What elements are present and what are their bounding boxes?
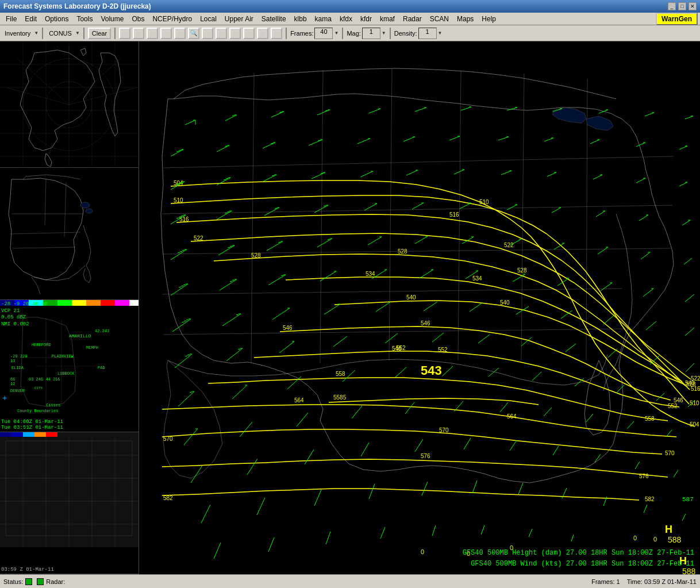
mag-value[interactable]: 1 [362, 28, 380, 39]
window-controls: _ □ ✕ [668, 2, 697, 10]
svg-text:522: 522 [504, 242, 514, 248]
svg-text:510: 510 [174, 197, 183, 203]
menu-klbb[interactable]: klbb [291, 14, 310, 24]
menu-maps[interactable]: Maps [453, 14, 477, 24]
menu-upperair[interactable]: Upper Air [221, 14, 257, 24]
window-title: Forecast Systems Laboratory D-2D (jjurec… [3, 2, 151, 10]
menu-options[interactable]: Options [41, 14, 72, 24]
menu-volume[interactable]: Volume [97, 14, 127, 24]
svg-text:Cities: Cities [46, 403, 60, 408]
main-map[interactable]: 582 582 576 576 570 570 570 564 564 558 … [139, 41, 700, 574]
svg-text:552: 552 [438, 347, 448, 353]
frames-status-label: Frames: [591, 578, 614, 585]
svg-text:546: 546 [674, 397, 683, 403]
svg-text:MEMPH: MEMPH [86, 345, 98, 350]
sep5 [342, 28, 343, 39]
svg-text:AMARILLO: AMARILLO [69, 333, 91, 339]
menu-kama[interactable]: kama [311, 14, 335, 24]
mini-map-panel[interactable]: 03:59 Z 01-Mar-11 [0, 432, 139, 574]
svg-text:0: 0 [633, 535, 637, 541]
time-status-label: Time: [627, 578, 643, 585]
status-label: Status: [3, 578, 23, 585]
svg-text:558: 558 [645, 416, 655, 422]
menu-scan[interactable]: SCAN [426, 14, 452, 24]
svg-rect-58 [34, 432, 46, 437]
svg-rect-54 [0, 432, 139, 547]
frames-arrow[interactable]: ▼ [334, 30, 339, 36]
toolbar: Inventory ▼ CONUS ▼ Clear ⏮ ◀ ▶ ⏭ ↺ 🔍 ☀ … [0, 25, 700, 41]
menu-file[interactable]: File [2, 14, 20, 24]
nav-prev-button[interactable]: ◀ [133, 28, 144, 39]
svg-rect-31 [129, 300, 139, 306]
inventory-label: Inventory [2, 29, 33, 37]
svg-text:DENVER: DENVER [10, 389, 25, 393]
sep4 [286, 28, 287, 39]
mag-arrow[interactable]: ▼ [382, 30, 386, 36]
svg-text:510: 510 [690, 400, 699, 406]
zoom-button[interactable]: 🔍 [188, 28, 199, 39]
frames-value[interactable]: 40 [314, 28, 333, 39]
frames-label: Frames: [290, 30, 313, 37]
clear-button[interactable]: Clear [88, 28, 111, 39]
inventory-arrow[interactable]: ▼ [34, 30, 39, 36]
svg-text:PLAINVIEW: PLAINVIEW [52, 354, 74, 359]
map-info-line2: GFS40 500MB Wind (kts) 27.00 18HR Sun 18… [463, 559, 694, 570]
svg-text:576: 576 [421, 453, 430, 459]
dot-button[interactable]: ⊙ [229, 28, 241, 39]
print-button[interactable]: 🖨 [216, 28, 227, 39]
menu-obs[interactable]: Obs [128, 14, 148, 24]
na-map-panel[interactable] [0, 168, 139, 300]
svg-rect-74 [139, 41, 700, 574]
svg-text:12: 12 [10, 382, 15, 386]
menu-kfdr[interactable]: kfdr [357, 14, 375, 24]
menu-ncep[interactable]: NCEP/Hydro [149, 14, 195, 24]
svg-text:546: 546 [421, 320, 430, 326]
nav-next-button[interactable]: ▶ [147, 28, 158, 39]
radar-time: Tue 04:00Z 01-Mar-11 Tue 03:51Z 01-Mar-1… [1, 419, 63, 431]
box1-button[interactable]: ▣ [257, 28, 268, 39]
region-label: CONUS [47, 29, 74, 37]
svg-text:540: 540 [500, 299, 510, 306]
svg-text:570: 570 [665, 450, 675, 456]
menu-help[interactable]: Help [478, 14, 499, 24]
svg-text:ELIDA: ELIDA [11, 366, 24, 370]
menu-radar[interactable]: Radar [399, 14, 425, 24]
crosshair-button[interactable]: ✛ [243, 28, 255, 39]
nav-last-button[interactable]: ⏭ [160, 28, 172, 39]
box2-button[interactable]: ▤ [271, 28, 282, 39]
svg-text:LUBBOCK: LUBBOCK [57, 371, 75, 376]
menu-kmaf[interactable]: kmaf [376, 14, 398, 24]
svg-rect-57 [23, 432, 34, 437]
nav-first-button[interactable]: ⏮ [119, 28, 130, 39]
minimize-button[interactable]: _ [668, 2, 676, 10]
radar-status-item: Radar: [37, 578, 65, 585]
menu-bar: File Edit Options Tools Volume Obs NCEP/… [0, 13, 700, 25]
mini-map-time: 03:59 Z 01-Mar-11 [1, 567, 54, 572]
map-info-line1: GFS40 500MB Height (dam) 27.00 18HR Sun … [463, 548, 694, 559]
sun-button[interactable]: ☀ [202, 28, 213, 39]
menu-edit[interactable]: Edit [21, 14, 40, 24]
world-map-panel[interactable] [0, 41, 139, 168]
menu-local[interactable]: Local [197, 14, 220, 24]
region-arrow[interactable]: ▼ [75, 30, 80, 36]
maximize-button[interactable]: □ [678, 2, 686, 10]
close-button[interactable]: ✕ [689, 2, 697, 10]
svg-text:582: 582 [645, 496, 655, 502]
svg-text:558: 558 [336, 371, 345, 377]
radar-panel[interactable]: AMARILLO HEREFORD MEMPH PLAINVIEW ELIDA … [0, 300, 139, 432]
inventory-control: Inventory ▼ [2, 29, 39, 37]
svg-text:PAD: PAD [98, 366, 105, 370]
density-arrow[interactable]: ▼ [438, 30, 443, 36]
density-value[interactable]: 1 [418, 28, 437, 39]
menu-satellite[interactable]: Satellite [258, 14, 290, 24]
svg-text:516: 516 [179, 216, 189, 222]
loop-button[interactable]: ↺ [174, 28, 186, 39]
svg-text:0: 0 [653, 536, 657, 543]
menu-tools[interactable]: Tools [73, 14, 96, 24]
radar-indicator [37, 578, 44, 585]
svg-text:540: 540 [406, 294, 416, 301]
menu-kfdx[interactable]: kfdx [336, 14, 356, 24]
warngen-button[interactable]: WarnGen [656, 13, 698, 25]
svg-text:504: 504 [690, 421, 699, 428]
svg-text:552: 552 [668, 403, 678, 409]
